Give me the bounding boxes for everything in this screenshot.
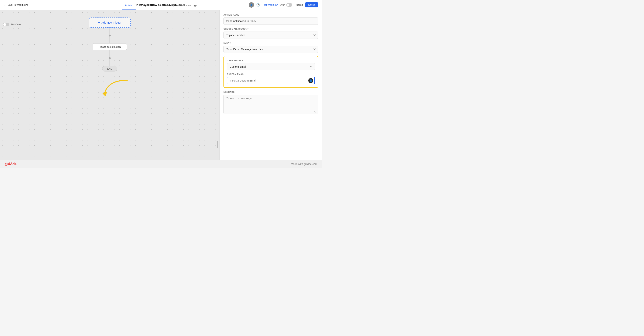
custom-email-input-wrap: 👤 [227, 77, 315, 84]
guidde-logo-text: guidde. [4, 162, 18, 166]
end-node: END [102, 66, 117, 72]
nav-right: 👤 🕐 Test Workflow Draft Publish Saved [249, 2, 318, 8]
end-node-label: END [107, 67, 112, 70]
tab-enrollment-history[interactable]: Enrollment History [151, 1, 177, 10]
connector-dot-1 [109, 35, 111, 37]
event-label: EVENT [224, 42, 318, 44]
action-name-input[interactable] [224, 18, 318, 25]
draft-toggle-switch[interactable] [286, 3, 292, 7]
connector-line-1 [110, 28, 110, 35]
draft-label: Draft [280, 4, 285, 6]
publish-button[interactable]: Publish [295, 4, 303, 6]
email-icon-button[interactable]: 👤 [308, 78, 313, 83]
top-nav: ← Back to Workflows Builder Settings Enr… [0, 0, 322, 10]
connector-line-4 [110, 59, 110, 66]
clock-icon[interactable]: 🕐 [256, 3, 260, 7]
event-select[interactable]: Send Direct Message to a User [224, 46, 318, 53]
nav-tabs: Builder Settings Enrollment History Exec… [122, 0, 200, 10]
person-icon: 👤 [310, 79, 312, 82]
connector-dot-2 [109, 57, 111, 59]
toggle-knob [287, 4, 289, 6]
plus-icon: + [98, 21, 100, 24]
user-source-label: USER SOURCE [227, 59, 315, 62]
draft-toggle-area: Draft [280, 3, 292, 7]
choose-account-label: CHOOSE AN ACCOUNT [224, 28, 318, 30]
avatar: 👤 [249, 2, 254, 8]
add-trigger-button[interactable]: + Add New Trigger [89, 18, 130, 28]
message-wrap: MESSAGE ◇ [224, 91, 318, 115]
choose-account-select[interactable]: Topline - andrea [224, 32, 318, 39]
tab-execution-logs[interactable]: Execution Logs [177, 1, 200, 10]
saved-button[interactable]: Saved [305, 2, 318, 8]
action-node[interactable]: Please select action [93, 43, 127, 50]
message-label: MESSAGE [224, 91, 318, 93]
made-with-tagline: Made with guidde.com [291, 162, 318, 166]
bottom-bar: guidde. Made with guidde.com [0, 160, 322, 168]
user-source-select[interactable]: Custom Email [227, 63, 315, 70]
add-trigger-label: Add New Trigger [102, 21, 121, 24]
back-link[interactable]: ← Back to Workflows [4, 4, 28, 7]
tab-builder[interactable]: Builder [122, 1, 136, 10]
diamond-icon[interactable]: ◇ [314, 110, 316, 113]
connector-line-2 [110, 37, 110, 43]
action-name-label: ACTION NAME [224, 14, 318, 16]
highlight-section: USER SOURCE Custom Email CUSTOM EMAIL 👤 [224, 56, 318, 88]
custom-email-label: CUSTOM EMAIL [227, 73, 315, 75]
action-node-label: Please select action [99, 46, 121, 48]
connector-line-3 [110, 50, 110, 57]
canvas-scrollbar[interactable] [217, 141, 218, 148]
test-workflow-button[interactable]: Test Workflow [262, 4, 278, 6]
side-panel: ACTION NAME CHOOSE AN ACCOUNT Topline - … [220, 10, 322, 160]
tab-settings[interactable]: Settings [136, 1, 151, 10]
back-label: Back to Workflows [8, 4, 28, 6]
guidde-logo: guidde. [4, 162, 18, 166]
back-arrow-icon: ← [4, 4, 6, 7]
custom-email-input[interactable] [227, 77, 315, 84]
message-textarea[interactable] [224, 95, 318, 114]
workflow-nodes-area: + Add New Trigger Please select action E… [0, 10, 220, 160]
